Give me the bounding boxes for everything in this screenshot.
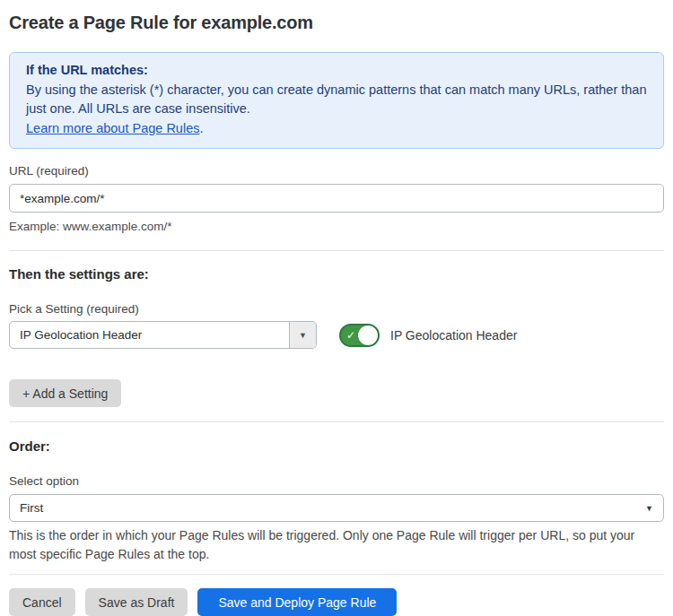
order-helper-text: This is the order in which your Page Rul… — [9, 526, 664, 564]
order-select-label: Select option — [9, 474, 664, 489]
order-select-value: First — [20, 501, 43, 515]
setting-select[interactable]: IP Geolocation Header ▼ — [9, 321, 317, 349]
order-section-heading: Order: — [9, 438, 664, 455]
divider — [9, 250, 664, 251]
settings-section-heading: Then the settings are: — [9, 266, 664, 282]
save-as-draft-button[interactable]: Save as Draft — [85, 588, 188, 616]
learn-more-link[interactable]: Learn more about Page Rules — [26, 121, 199, 135]
url-example-helper: Example: www.example.com/* — [9, 218, 664, 236]
check-icon: ✓ — [346, 328, 355, 341]
toggle-knob — [358, 325, 378, 345]
page-rule-form: Create a Page Rule for example.com If th… — [0, 12, 673, 616]
divider — [9, 574, 664, 575]
info-box-body: By using the asterisk (*) character, you… — [26, 81, 647, 119]
url-match-info-box: If the URL matches: By using the asteris… — [9, 52, 664, 149]
toggle-label: IP Geolocation Header — [390, 328, 517, 343]
info-box-link-line: Learn more about Page Rules. — [26, 119, 647, 139]
setting-select-arrow-button[interactable]: ▼ — [289, 322, 316, 348]
url-input[interactable] — [9, 184, 664, 213]
pick-setting-label: Pick a Setting (required) — [9, 302, 664, 317]
setting-select-value: IP Geolocation Header — [10, 322, 289, 348]
divider — [9, 421, 664, 422]
cancel-button[interactable]: Cancel — [9, 588, 75, 616]
ip-geolocation-toggle[interactable]: ✓ — [339, 324, 380, 347]
info-box-heading: If the URL matches: — [26, 61, 647, 81]
url-field-label: URL (required) — [9, 164, 664, 178]
setting-row: IP Geolocation Header ▼ ✓ IP Geolocation… — [9, 321, 664, 349]
save-and-deploy-button[interactable]: Save and Deploy Page Rule — [197, 588, 397, 616]
link-suffix: . — [199, 121, 203, 135]
footer-actions: Cancel Save as Draft Save and Deploy Pag… — [9, 588, 664, 616]
add-setting-button[interactable]: + Add a Setting — [9, 379, 121, 407]
page-title: Create a Page Rule for example.com — [9, 12, 664, 33]
geolocation-toggle-group: ✓ IP Geolocation Header — [339, 324, 517, 347]
order-select[interactable]: First ▼ — [9, 494, 664, 522]
chevron-down-icon: ▼ — [645, 504, 653, 513]
chevron-down-icon: ▼ — [299, 331, 307, 340]
